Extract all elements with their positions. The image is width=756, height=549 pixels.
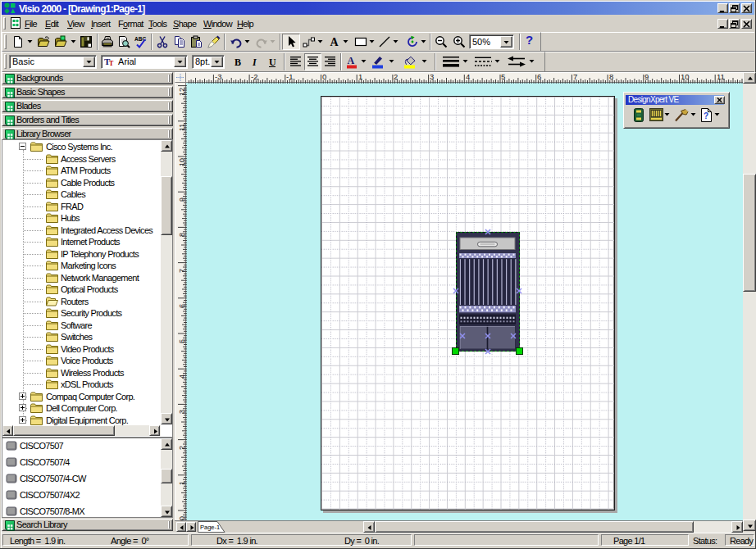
svg-text:1: 1 xyxy=(178,481,186,485)
svg-text:3: 3 xyxy=(430,73,434,81)
svg-text:5: 5 xyxy=(178,339,186,343)
svg-text:3: 3 xyxy=(178,410,186,414)
svg-text:Page-1: Page-1 xyxy=(200,524,220,531)
svg-text:10: 10 xyxy=(681,73,690,81)
svg-text:2: 2 xyxy=(394,73,398,81)
svg-text:9: 9 xyxy=(644,73,649,81)
svg-text:-3: -3 xyxy=(215,73,221,81)
svg-text:A: A xyxy=(330,36,339,48)
svg-text:-2: -2 xyxy=(251,73,257,81)
svg-text:11: 11 xyxy=(178,124,186,131)
svg-text:10: 10 xyxy=(178,158,186,166)
svg-text:12: 12 xyxy=(178,88,186,96)
svg-text:6: 6 xyxy=(537,73,541,81)
svg-text:T: T xyxy=(109,60,114,66)
svg-text:8: 8 xyxy=(178,233,186,237)
svg-text:7: 7 xyxy=(573,73,577,81)
svg-text:4: 4 xyxy=(466,73,470,81)
svg-text:11: 11 xyxy=(717,73,725,81)
svg-text:A: A xyxy=(348,55,355,66)
svg-text:4: 4 xyxy=(178,374,186,379)
svg-text:-1: -1 xyxy=(286,73,293,81)
svg-text:9: 9 xyxy=(178,197,186,202)
svg-text:8: 8 xyxy=(609,73,613,81)
svg-text:5: 5 xyxy=(501,73,505,81)
svg-text:1: 1 xyxy=(358,73,362,81)
svg-text:7: 7 xyxy=(178,269,186,273)
svg-text:6: 6 xyxy=(178,304,186,308)
svg-text:?: ? xyxy=(704,111,708,120)
svg-text:2: 2 xyxy=(178,446,186,450)
svg-text:0: 0 xyxy=(322,73,326,81)
